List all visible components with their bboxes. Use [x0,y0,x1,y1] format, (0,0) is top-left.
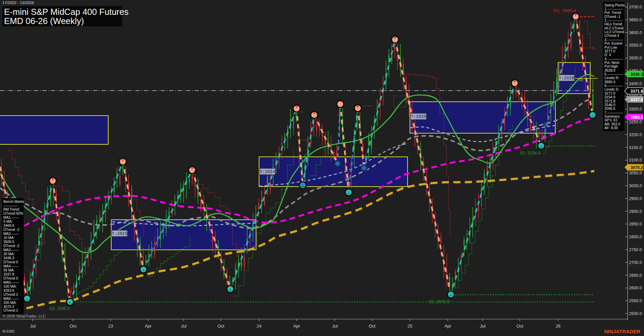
svg-text:3337.8: 3337.8 [3,272,14,276]
svg-text:2800.0: 2800.0 [629,235,642,239]
svg-text:Pvt. Next:: Pvt. Next: [604,61,620,65]
svg-text:Summary: Summary [604,114,620,118]
svg-text:F0: F0 [579,78,583,82]
svg-text:UTrend 4: UTrend 4 [604,33,619,38]
svg-text:3337.8: 3337.8 [630,97,643,102]
svg-text:2900.0: 2900.0 [629,209,642,214]
svg-text:25: 25 [408,323,412,329]
svg-text:AF: 8.00: AF: 8.00 [604,126,618,130]
svg-text:Jul: Jul [480,323,486,329]
svg-text:200 MA:: 200 MA: [3,301,17,305]
svg-text:3650.0: 3650.0 [629,18,642,22]
svg-text:2700.0: 2700.0 [629,260,642,265]
svg-text:Oct: Oct [369,323,376,329]
svg-text:3700.0: 3700.0 [629,5,642,9]
svg-text:3660.4: 3660.4 [604,80,615,84]
svg-text:Pvt. Trend:: Pvt. Trend: [604,10,622,15]
svg-text:------------: ------------ [3,203,18,208]
svg-text:Apr: Apr [145,323,152,329]
svg-text:2550.0: 2550.0 [629,298,642,303]
svg-text:MA6.------: MA6.------ [3,296,19,301]
svg-text:E-mini S&P MidCap 400 Futures: E-mini S&P MidCap 400 Futures [4,7,129,17]
svg-text:DTrend 0: DTrend 0 [3,260,18,264]
svg-text:Levels S:: Levels S: [604,87,619,91]
svg-text:26: 26 [556,323,560,329]
svg-text:3100.0: 3100.0 [629,158,642,163]
svg-text:Jul: Jul [30,323,36,329]
svg-text:EMD 06-26 (Weekly): EMD 06-26 (Weekly) [4,16,84,26]
svg-text:SP's: 61: SP's: 61 [604,118,618,122]
svg-text:D: 4: D: 4 [604,53,611,57]
svg-text:3000.0: 3000.0 [629,184,642,188]
svg-text:Y:2025: Y:2025 [411,115,426,119]
svg-text:MA1.------: MA1.------ [3,215,19,219]
svg-text:Pvt. Evolve:: Pvt. Evolve: [604,41,623,45]
svg-text:3250.0: 3250.0 [629,120,642,124]
svg-text:Swing Pivots: Swing Pivots [604,3,625,7]
svg-text:5.-------------: 5.------------- [604,72,623,76]
svg-text:3550.0: 3550.0 [629,43,642,48]
svg-text:Oct: Oct [217,323,225,329]
svg-text:Y:2026: Y:2026 [559,76,574,81]
svg-text:1.-------------: 1.------------- [604,7,623,11]
svg-text:17/2022 - 13/2026: 17/2022 - 13/2026 [2,1,34,5]
svg-text:Y:2023: Y:2023 [112,232,127,236]
svg-text:3.-------------: 3.------------- [604,38,623,42]
svg-text:10 MA:: 10 MA: [3,236,15,240]
svg-text:23: 23 [108,323,113,329]
svg-text:BM Trend:: BM Trend: [3,207,20,211]
svg-text:100 MA:: 100 MA: [3,284,17,288]
svg-text:2600.0: 2600.0 [629,286,642,290]
svg-text:2.-------------: 2.------------- [604,18,623,22]
svg-text:3600.0: 3600.0 [629,30,642,35]
svg-text:2750.0: 2750.0 [629,247,642,252]
svg-text:DTrend -2: DTrend -2 [3,227,19,232]
svg-text:Pvt Low: Pvt Low [604,45,617,49]
svg-text:3436.3: 3436.3 [3,256,14,260]
svg-text:UTrend 2: UTrend 2 [3,292,18,296]
svg-text:DTrend -2: DTrend -2 [3,244,19,248]
svg-text:Jul: Jul [332,323,338,329]
svg-text:4.-------------: 4.------------- [604,57,623,61]
svg-text:2950.0: 2950.0 [629,196,642,201]
svg-text:3509.5: 3509.5 [3,240,14,244]
svg-text:3277.0: 3277.0 [604,49,615,53]
svg-text:3200.0: 3200.0 [629,133,642,137]
svg-text:55 MA:: 55 MA: [3,268,15,272]
svg-text:Hi:2 UTrend: Hi:2 UTrend [604,26,623,30]
svg-text:AR: 353.0: AR: 353.0 [604,122,620,126]
svg-text:3154.9: 3154.9 [604,95,615,99]
svg-text:24: 24 [257,323,261,329]
svg-text:3528.0: 3528.0 [604,68,615,72]
svg-text:Bench Marks: Bench Marks [3,199,24,203]
svg-text:S2: 2572.8: S2: 2572.8 [429,299,450,304]
svg-text:Lo:2 UTrend: Lo:2 UTrend [604,30,624,34]
svg-text:Jul: Jul [181,323,187,329]
svg-text:UTrend 50%: UTrend 50% [3,211,23,215]
svg-text:2650.0: 2650.0 [629,273,642,278]
svg-text:Oct: Oct [516,323,524,329]
svg-text:NINJATRADER: NINJATRADER [604,329,641,334]
svg-text:DTrend -1: DTrend -1 [604,15,620,19]
svg-text:3436.3: 3436.3 [630,72,643,77]
svg-text:Levels R:: Levels R: [604,76,619,80]
svg-text:3371.6: 3371.6 [630,89,643,94]
svg-text:3263.6: 3263.6 [3,288,14,292]
svg-text:2546.0: 2546.0 [604,103,615,107]
svg-text:Apr: Apr [293,323,300,329]
svg-text:3070.2: 3070.2 [3,305,14,309]
svg-text:2500.0: 2500.0 [629,311,642,316]
svg-text:Oct: Oct [70,323,77,329]
svg-text:3070.2: 3070.2 [630,165,643,170]
svg-text:HiLo Trend:: HiLo Trend: [604,22,623,26]
svg-text:3277.0: 3277.0 [604,91,615,95]
svg-text:R1: 3660.4: R1: 3660.4 [554,8,576,13]
svg-text:S1: 3154.9: S1: 3154.9 [520,151,540,155]
svg-text:3400.0: 3400.0 [629,81,642,86]
svg-text:20 MA:: 20 MA: [3,252,15,256]
svg-text:2850.0: 2850.0 [629,222,642,226]
svg-text:Y:2024: Y:2024 [260,170,275,174]
svg-text:3150.0: 3150.0 [629,145,642,150]
svg-text:2095.6: 2095.6 [604,106,615,111]
svg-text:3300.0: 3300.0 [629,107,642,112]
